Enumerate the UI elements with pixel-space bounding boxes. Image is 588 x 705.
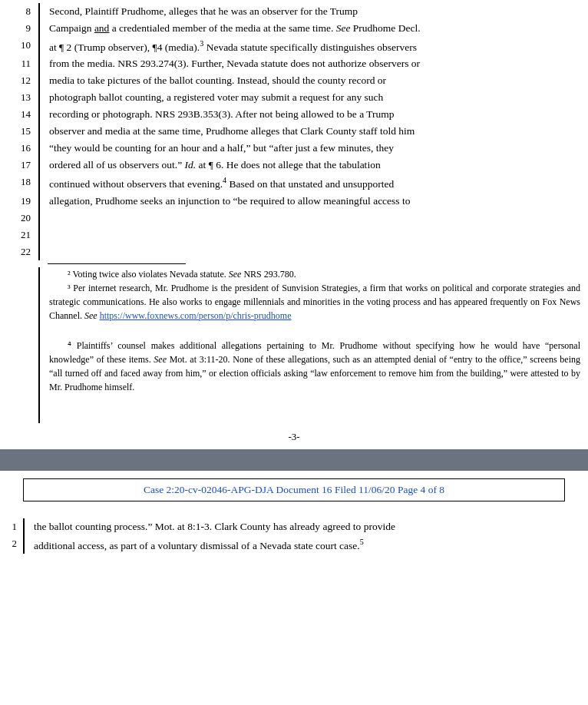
line-text-18: continued without observers that evening… xyxy=(40,174,588,192)
page-number-top: -3- xyxy=(0,426,588,449)
line-number-21: 21 xyxy=(0,227,38,243)
footnote-row-2: ² Voting twice also violates Nevada stat… xyxy=(0,267,588,281)
line-number-11: 11 xyxy=(0,55,38,71)
line-text-22 xyxy=(40,243,588,260)
line-row-16: 16 “they would be counting for an hour a… xyxy=(0,140,588,157)
document-page-bottom: Case 2:20-cv-02046-APG-DJA Document 16 F… xyxy=(0,471,588,705)
line-text-17: ordered all of us observers out.” Id. at… xyxy=(40,157,588,174)
line-number-20: 20 xyxy=(0,210,38,226)
doc-content-top: 8 Second, Plaintiff Prudhome, alleges th… xyxy=(0,0,588,260)
case-header-text: Case 2:20-cv-02046-APG-DJA Document 16 F… xyxy=(144,484,444,496)
line-row-15: 15 observer and media at the same time, … xyxy=(0,123,588,140)
line-text-8: Second, Plaintiff Prudhome, alleges that… xyxy=(40,3,588,20)
line-number-9: 9 xyxy=(0,20,38,36)
line-row-19: 19 allegation, Prudhome seeks an injunct… xyxy=(0,193,588,210)
line-number-10: 10 xyxy=(0,37,38,53)
line-row-20: 20 xyxy=(0,210,588,227)
line-row-22: 22 xyxy=(0,243,588,260)
line-row-11: 11 from the media. NRS 293.274(3). Furth… xyxy=(0,55,588,72)
line-text-19: allegation, Prudhome seeks an injunction… xyxy=(40,193,588,210)
line-text-16: “they would be counting for an hour and … xyxy=(40,140,588,157)
footnote-area: ² Voting twice also violates Nevada stat… xyxy=(0,260,588,426)
line-number-22: 22 xyxy=(0,243,38,260)
line-number-19: 19 xyxy=(0,193,38,209)
line-text-21 xyxy=(40,227,588,243)
line-text-20 xyxy=(40,210,588,227)
bottom-line-row-1: 1 the ballot counting process.” Mot. at … xyxy=(0,518,588,535)
line-row-12: 12 media to take pictures of the ballot … xyxy=(0,72,588,89)
line-row-13: 13 photograph ballot counting, a registe… xyxy=(0,89,588,106)
line-row-10: 10 at ¶ 2 (Trump observer), ¶4 (media).3… xyxy=(0,37,588,55)
page-container: 8 Second, Plaintiff Prudhome, alleges th… xyxy=(0,0,588,705)
line-text-12: media to take pictures of the ballot cou… xyxy=(40,72,588,89)
foxnews-link[interactable]: https://www.foxnews.com/person/p/chris-p… xyxy=(100,310,292,321)
line-number-13: 13 xyxy=(0,89,38,105)
line-number-18: 18 xyxy=(0,174,38,190)
line-text-15: observer and media at the same time, Pru… xyxy=(40,123,588,140)
footnote-divider xyxy=(48,263,186,264)
document-page-top: 8 Second, Plaintiff Prudhome, alleges th… xyxy=(0,0,588,449)
line-number-8: 8 xyxy=(0,3,38,19)
line-number-16: 16 xyxy=(0,140,38,156)
line-row-14: 14 recording or photograph. NRS 293B.353… xyxy=(0,106,588,123)
case-header-bar: Case 2:20-cv-02046-APG-DJA Document 16 F… xyxy=(23,478,565,501)
line-row-17: 17 ordered all of us observers out.” Id.… xyxy=(0,157,588,174)
line-number-12: 12 xyxy=(0,72,38,88)
bottom-content: 1 the ballot counting process.” Mot. at … xyxy=(0,508,588,554)
line-text-14: recording or photograph. NRS 293B.353(3)… xyxy=(40,106,588,123)
line-row-21: 21 xyxy=(0,227,588,243)
line-number-15: 15 xyxy=(0,123,38,139)
line-text-10: at ¶ 2 (Trump observer), ¶4 (media).3 Ne… xyxy=(40,37,588,55)
line-text-13: photograph ballot counting, a registered… xyxy=(40,89,588,106)
line-text-9: Campaign and a credentialed member of th… xyxy=(40,20,588,37)
footnote-row-4: ⁴ Plaintiffs’ counsel makes additional a… xyxy=(0,339,588,423)
line-number-14: 14 xyxy=(0,106,38,122)
footnote-text-3: ³ Per internet research, Mr. Prudhome is… xyxy=(40,281,588,324)
bottom-line-row-2: 2 additional access, as part of a volunt… xyxy=(0,535,588,554)
line-row-9: 9 Campaign and a credentialed member of … xyxy=(0,20,588,37)
line-number-17: 17 xyxy=(0,157,38,173)
line-row-8: 8 Second, Plaintiff Prudhome, alleges th… xyxy=(0,3,588,20)
bottom-line-text-2: additional access, as part of a voluntar… xyxy=(25,535,588,554)
line-row-18: 18 continued without observers that even… xyxy=(0,174,588,192)
line-text-11: from the media. NRS 293.274(3). Further,… xyxy=(40,55,588,72)
bottom-line-number-2: 2 xyxy=(0,535,23,551)
footnote-text-4: ⁴ Plaintiffs’ counsel makes additional a… xyxy=(40,339,588,397)
footnote-row-3: ³ Per internet research, Mr. Prudhome is… xyxy=(0,281,588,339)
bottom-line-number-1: 1 xyxy=(0,518,23,535)
footnote-text-2: ² Voting twice also violates Nevada stat… xyxy=(40,267,588,281)
bottom-line-text-1: the ballot counting process.” Mot. at 8:… xyxy=(25,518,588,535)
page-divider xyxy=(0,449,588,471)
